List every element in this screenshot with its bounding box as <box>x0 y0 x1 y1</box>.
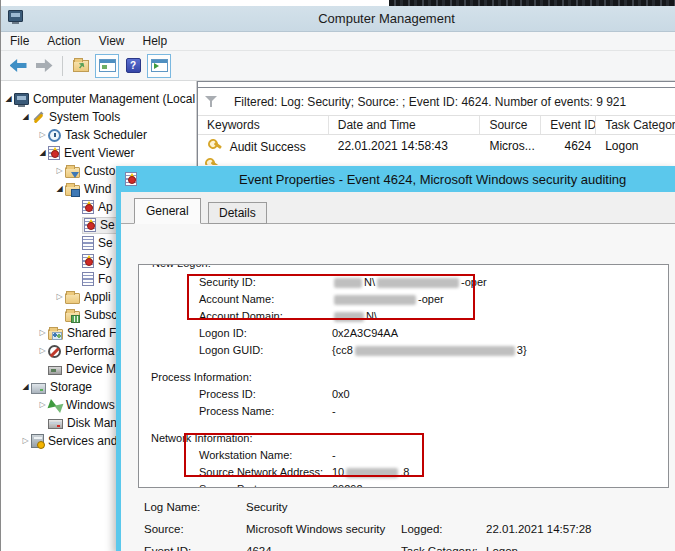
tree-item-label: Windows <box>62 396 115 414</box>
event-description-box: New Logon: Security ID:N\-operAccount Na… <box>138 264 669 488</box>
filter-status-bar: Filtered: Log: Security; Source: ; Event… <box>198 87 675 116</box>
menu-item-file[interactable]: File <box>1 32 38 50</box>
toolbar-button-export-list[interactable] <box>69 54 93 78</box>
toolbar-button-forward-arrow[interactable] <box>32 54 56 78</box>
detail-value: - <box>332 404 336 419</box>
key-icon <box>204 156 220 165</box>
detail-label: Process Name: <box>199 404 274 419</box>
column-header-source[interactable]: Source <box>480 116 541 134</box>
column-header-event-id[interactable]: Event ID <box>541 116 596 134</box>
toolbar-button-console-toggle[interactable] <box>95 54 119 78</box>
filter-status-text: Filtered: Log: Security; Source: ; Event… <box>218 95 626 109</box>
tree-expander-icon[interactable]: ▷ <box>54 288 65 306</box>
tree-item-computer-management-local[interactable]: ◢Computer Management (Local <box>1 90 196 108</box>
event-properties-dialog: Event Properties - Event 4624, Microsoft… <box>116 166 675 551</box>
tree-item-content: Computer Management (Local <box>14 90 195 108</box>
tree-item-content: Performa <box>48 342 114 360</box>
value-text: {cc8 <box>332 344 353 356</box>
tree-expander-icon[interactable]: ▷ <box>37 396 48 414</box>
detail-row-logon-guid-: Logon GUID:{cc83} <box>139 343 668 360</box>
services-icon <box>31 434 44 448</box>
menu-item-action[interactable]: Action <box>38 32 89 50</box>
column-header-keywords[interactable]: Keywords <box>198 116 329 134</box>
detail-value: {cc83} <box>332 343 527 358</box>
tree-expander-icon[interactable]: ◢ <box>54 180 65 198</box>
source-cell: Micros... <box>480 139 541 153</box>
tree-item-content: Disk Man <box>48 414 117 432</box>
tree-item-task-scheduler[interactable]: ▷Task Scheduler <box>1 126 196 144</box>
row-spacer <box>139 421 668 431</box>
tree-item-content: Device M <box>48 360 116 378</box>
eventlog-alert-icon <box>82 200 94 214</box>
summary-row: Source:Microsoft Windows securityLogged:… <box>121 518 675 540</box>
menu-item-help[interactable]: Help <box>134 32 177 50</box>
summary-row: Event ID:4624Task Category:Logon <box>121 540 675 551</box>
menu-bar: FileActionViewHelp <box>1 32 675 51</box>
tree-item-label: Storage <box>46 378 92 396</box>
tree-item-content: Task Scheduler <box>48 126 147 144</box>
tree-item-label: Fo <box>94 270 112 288</box>
tree-item-system-tools[interactable]: ◢System Tools <box>1 108 196 126</box>
tree-item-label: Shared Fo <box>63 324 123 342</box>
actionpane-toggle-icon <box>151 59 168 72</box>
computer-management-app-icon <box>8 10 23 22</box>
detail-label: Process ID: <box>199 387 256 402</box>
dialog-titlebar[interactable]: Event Properties - Event 4624, Microsoft… <box>121 166 675 192</box>
tree-expander-icon[interactable]: ▷ <box>37 126 48 144</box>
detail-row-source-port-: Source Port:60292 <box>139 482 668 488</box>
window-titlebar[interactable]: Computer Management <box>1 6 675 32</box>
tree-expander-icon[interactable]: ▷ <box>37 324 48 342</box>
tree-expander-icon[interactable]: ◢ <box>20 378 31 396</box>
tree-item-content: Subsc <box>65 306 117 324</box>
annotation-red-box-network <box>184 433 424 477</box>
summary-value: Microsoft Windows security <box>246 518 385 540</box>
detail-value: 0x2A3C94AA <box>332 326 398 341</box>
tree-expander-icon[interactable]: ▷ <box>54 162 65 180</box>
tree-item-content: Ap <box>82 198 113 216</box>
tree-expander-icon[interactable]: ◢ <box>37 144 48 162</box>
menu-item-view[interactable]: View <box>90 32 134 50</box>
folder-windows-icon <box>65 185 80 196</box>
annotation-red-box-account <box>187 274 475 320</box>
value-text: 0x2A3C94AA <box>332 327 398 339</box>
key-icon <box>207 137 223 151</box>
tree-item-label: Sy <box>94 252 112 270</box>
column-header-date-and-time[interactable]: Date and Time <box>329 116 481 134</box>
dialog-body: GeneralDetails New Logon: Security ID:N\… <box>121 192 675 551</box>
partial-next-row <box>198 156 675 165</box>
eventlog-alert-icon <box>82 254 94 268</box>
column-header-task-category[interactable]: Task Category <box>596 116 675 134</box>
subscriptions-icon <box>65 311 80 322</box>
event-list-rows: Audit Success22.01.2021 14:58:43Micros..… <box>198 135 675 156</box>
tree-item-content: Appli <box>65 288 111 306</box>
loglines-icon <box>82 236 94 250</box>
summary-label-event-id-: Event ID: <box>144 540 191 551</box>
tree-item-content: Event Viewer <box>48 144 134 162</box>
tree-item-content: Storage <box>31 378 92 396</box>
toolbar-button-actionpane-toggle[interactable] <box>147 54 171 78</box>
date-time-cell: 22.01.2021 14:58:43 <box>329 139 481 153</box>
event-log-icon <box>125 172 137 186</box>
toolbar-button-back-arrow[interactable] <box>6 54 30 78</box>
task-category-cell: Logon <box>596 139 675 153</box>
tree-expander-icon[interactable]: ◢ <box>3 90 14 108</box>
tree-item-content: Shared Fo <box>48 324 123 342</box>
detail-label: Logon GUID: <box>199 343 263 358</box>
tab-general[interactable]: General <box>134 198 201 224</box>
summary-value: Security <box>246 496 288 518</box>
tree-item-event-viewer[interactable]: ◢Event Viewer <box>1 144 196 162</box>
tree-expander-icon[interactable]: ▷ <box>37 342 48 360</box>
toolbar-button-help[interactable] <box>121 54 145 78</box>
dialog-tabstrip: GeneralDetails <box>121 192 675 224</box>
tree-expander-icon[interactable]: ◢ <box>20 108 31 126</box>
tree-expander-icon[interactable]: ▷ <box>20 432 31 450</box>
computer-management-window: Computer Management FileActionViewHelp ◢… <box>0 0 675 551</box>
tab-details[interactable]: Details <box>208 202 267 224</box>
tree-item-content: Fo <box>82 270 112 288</box>
back-arrow-icon <box>10 59 27 72</box>
device-manager-icon <box>48 366 62 375</box>
detail-value: 0x0 <box>332 387 350 402</box>
event-row[interactable]: Audit Success22.01.2021 14:58:43Micros..… <box>198 135 675 156</box>
tree-item-label: Task Scheduler <box>61 126 147 144</box>
detail-row-logon-id-: Logon ID:0x2A3C94AA <box>139 326 668 343</box>
